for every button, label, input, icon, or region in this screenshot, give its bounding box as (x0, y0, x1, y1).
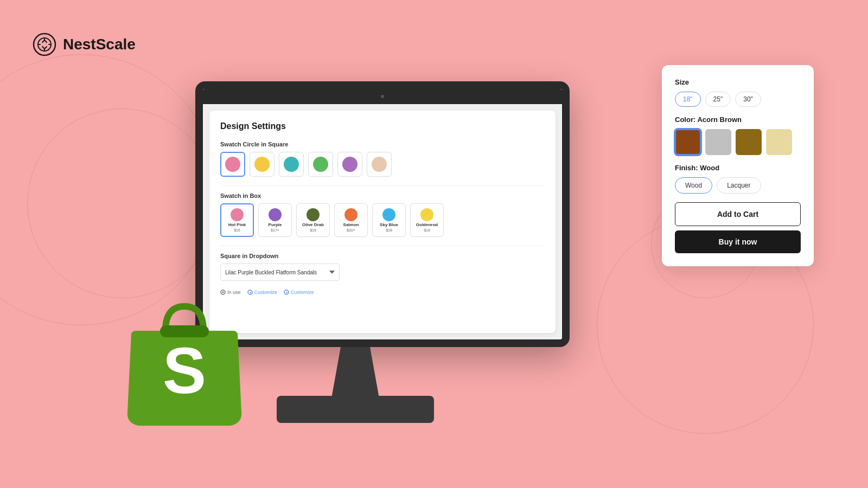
square-in-dropdown-label: Square in Dropdown (220, 253, 545, 259)
box-label-4: Sky Blue (380, 222, 398, 228)
panel-title: Design Settings (220, 121, 545, 131)
box-color-4 (382, 208, 395, 221)
box-label-3: Salmon (343, 222, 359, 228)
shopify-bag-svg: S (125, 293, 244, 434)
swatch-in-box-section: Swatch in Box Hot Pink $16 Purple $17+ O… (220, 192, 545, 237)
swatch-box-item-4[interactable]: Sky Blue $18 (372, 203, 406, 237)
finish-options: WoodLacquer (675, 177, 801, 194)
finish-label: Finish: Wood (675, 164, 801, 172)
swatch-in-box-row: Hot Pink $16 Purple $17+ Olive Drab $18 … (220, 203, 545, 237)
finish-section: Finish: Wood WoodLacquer (675, 164, 801, 194)
color-label: Color: Acorn Brown (675, 115, 801, 124)
swatch-box-item-5[interactable]: Goldenrod $18 (410, 203, 444, 237)
size-option-1[interactable]: 25" (705, 92, 731, 107)
svg-text:S: S (163, 334, 206, 407)
screen-content: Design Settings Swatch Circle in Square … (203, 89, 562, 339)
swatch-box-item-1[interactable]: Purple $17+ (258, 203, 292, 237)
swatch-circle-item-3[interactable] (308, 152, 333, 177)
swatch-box-item-2[interactable]: Olive Drab $18 (296, 203, 330, 237)
box-label-2: Olive Drab (302, 222, 324, 228)
size-section: Size 18"25"30" (675, 78, 801, 107)
monitor-stand-neck (331, 347, 380, 401)
size-option-2[interactable]: 30" (735, 92, 761, 107)
swatch-circle-square-section: Swatch Circle in Square (220, 141, 545, 177)
finish-option-0[interactable]: Wood (675, 177, 712, 194)
customize-label-1: Customize (254, 290, 278, 295)
svg-point-0 (34, 34, 55, 55)
box-color-1 (269, 208, 282, 221)
add-to-cart-button[interactable]: Add to Cart (675, 202, 801, 226)
customize-badge-2[interactable]: ✦ Customize (284, 290, 314, 295)
logo-area: NestScale (33, 33, 136, 56)
color-swatch-0[interactable] (675, 129, 701, 155)
box-label-0: Hot Pink (228, 222, 246, 228)
swatch-circle-square-row (220, 152, 545, 177)
box-color-2 (307, 208, 320, 221)
color-swatch-1[interactable] (705, 129, 731, 155)
monitor-stand-base (277, 396, 434, 423)
swatch-circle-item-0[interactable] (220, 152, 245, 177)
box-price-0: $16 (234, 228, 240, 232)
swatch-box-item-0[interactable]: Hot Pink $16 (220, 203, 254, 237)
swatch-circle-square-label: Swatch Circle in Square (220, 141, 545, 147)
swatch-box-item-3[interactable]: Salmon $20+ (334, 203, 368, 237)
finish-option-1[interactable]: Lacquer (717, 177, 761, 194)
customize-icon-2: ✦ (284, 290, 289, 295)
box-price-2: $18 (310, 228, 316, 232)
size-options: 18"25"30" (675, 92, 801, 107)
box-color-5 (420, 208, 433, 221)
box-color-0 (231, 208, 244, 221)
design-settings-panel: Design Settings Swatch Circle in Square … (209, 111, 556, 333)
buy-now-button[interactable]: Buy it now (675, 230, 801, 253)
box-price-3: $20+ (347, 228, 355, 232)
monitor-screen: Design Settings Swatch Circle in Square … (195, 81, 570, 347)
swatch-circle-item-1[interactable] (250, 152, 275, 177)
box-price-5: $18 (424, 228, 430, 232)
swatch-circle-item-4[interactable] (337, 152, 362, 177)
dropdown-row: Lilac Purple Buckled Flatform SandalsHot… (220, 264, 545, 281)
customize-badge-1[interactable]: ✦ Customize (247, 290, 278, 295)
color-section: Color: Acorn Brown (675, 115, 801, 155)
swatch-circle-item-2[interactable] (279, 152, 304, 177)
brand-name: NestScale (63, 36, 136, 53)
color-swatch-2[interactable] (736, 129, 762, 155)
box-label-1: Purple (269, 222, 282, 228)
svg-rect-9 (160, 325, 209, 337)
square-in-dropdown-section: Square in Dropdown Lilac Purple Buckled … (220, 253, 545, 281)
screen-camera (381, 95, 384, 98)
size-label: Size (675, 78, 801, 86)
swatch-in-box-label: Swatch in Box (220, 192, 545, 199)
box-price-4: $18 (386, 228, 392, 232)
box-price-1: $17+ (271, 228, 279, 232)
dropdown-select[interactable]: Lilac Purple Buckled Flatform SandalsHot… (220, 264, 340, 281)
customize-label-2: Customize (291, 290, 314, 295)
box-label-5: Goldenrod (416, 222, 438, 228)
svg-text:✦: ✦ (285, 291, 288, 294)
divider-1 (220, 185, 545, 186)
divider-2 (220, 246, 545, 246)
nestscale-logo-icon (33, 33, 56, 56)
color-swatches (675, 129, 801, 155)
box-color-3 (344, 208, 358, 221)
size-option-0[interactable]: 18" (675, 92, 701, 107)
bottom-badges: In use ✦ Customize ✦ C (220, 290, 545, 295)
swatch-circle-item-5[interactable] (367, 152, 392, 177)
screen-top-bar (203, 89, 562, 104)
shopify-bag: S (125, 282, 250, 434)
product-popup: Size 18"25"30" Color: Acorn Brown Finish… (662, 65, 814, 266)
color-swatch-3[interactable] (766, 129, 792, 155)
